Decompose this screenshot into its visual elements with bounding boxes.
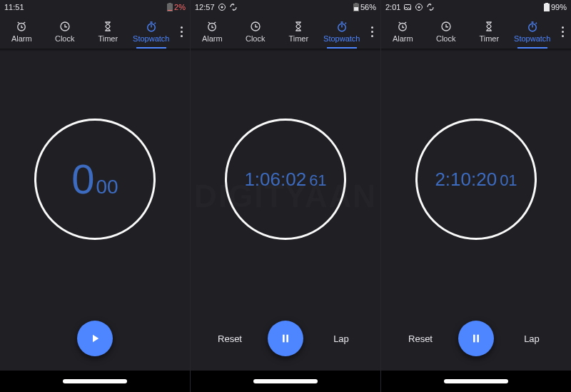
hourglass-icon xyxy=(482,20,495,33)
reset-button[interactable]: Reset xyxy=(403,333,438,344)
stopwatch-main: 1:06:02 61 xyxy=(191,51,380,306)
tab-timer[interactable]: Timer xyxy=(277,14,320,49)
tab-alarm[interactable]: Alarm xyxy=(191,14,234,49)
lap-button[interactable]: Lap xyxy=(323,333,359,344)
play-button[interactable] xyxy=(77,321,113,356)
tab-bar: Alarm Clock Timer Stopwatch xyxy=(381,14,571,49)
alarm-icon xyxy=(206,20,218,33)
home-pill[interactable] xyxy=(63,379,127,383)
clock-icon xyxy=(249,20,262,33)
pause-icon xyxy=(280,333,291,344)
screen-3: 2:01 99% Alarm Clock xyxy=(380,0,571,392)
stopwatch-main: 0 00 xyxy=(0,51,190,306)
pause-button[interactable] xyxy=(458,321,494,356)
sync-icon xyxy=(426,3,435,11)
battery-pct: 99% xyxy=(551,3,567,11)
svg-rect-18 xyxy=(473,335,475,343)
android-navbar xyxy=(191,371,380,392)
stopwatch-time: 2:10:20 01 xyxy=(435,170,517,189)
svg-point-14 xyxy=(418,6,420,9)
reset-button[interactable]: Reset xyxy=(212,333,248,344)
svg-rect-10 xyxy=(283,335,285,343)
alarm-icon xyxy=(15,20,28,33)
stopwatch-time: 1:06:02 61 xyxy=(244,170,326,189)
tab-bar: Alarm Clock Timer Stopwatch xyxy=(191,14,380,49)
tab-stopwatch[interactable]: Stopwatch xyxy=(320,14,364,49)
stopwatch-ring: 1:06:02 61 xyxy=(225,119,346,240)
tab-stopwatch-label: Stopwatch xyxy=(133,34,169,43)
tab-clock[interactable]: Clock xyxy=(425,14,468,49)
status-bar: 11:51 2% xyxy=(0,0,190,14)
overflow-menu[interactable] xyxy=(554,14,571,49)
alarm-icon xyxy=(396,20,409,33)
android-navbar xyxy=(0,371,190,392)
tab-clock[interactable]: Clock xyxy=(44,14,87,49)
svg-rect-11 xyxy=(286,335,288,343)
tab-alarm-label: Alarm xyxy=(11,34,32,43)
stopwatch-icon xyxy=(526,20,539,33)
tab-stopwatch-label: Stopwatch xyxy=(514,34,550,43)
svg-rect-0 xyxy=(168,10,172,11)
tab-clock-label: Clock xyxy=(55,34,75,43)
controls xyxy=(0,306,190,371)
tab-timer[interactable]: Timer xyxy=(468,14,511,49)
stopwatch-ring: 2:10:20 01 xyxy=(415,119,537,240)
sync-icon xyxy=(229,3,238,11)
battery-pct: 2% xyxy=(174,3,186,11)
more-vert-icon xyxy=(181,25,183,38)
battery-icon xyxy=(167,3,173,11)
tab-alarm[interactable]: Alarm xyxy=(381,14,425,49)
screen-1: 11:51 2% Alarm Clock Timer xyxy=(0,0,190,392)
stopwatch-hundredths: 00 xyxy=(96,177,118,197)
pause-button[interactable] xyxy=(268,321,303,356)
hourglass-icon xyxy=(101,20,114,33)
tab-alarm-label: Alarm xyxy=(202,34,223,43)
stopwatch-ring: 0 00 xyxy=(34,119,156,240)
tab-clock-label: Clock xyxy=(436,34,456,43)
tab-clock[interactable]: Clock xyxy=(234,14,278,49)
lap-button[interactable]: Lap xyxy=(514,333,550,344)
tab-timer-label: Timer xyxy=(288,34,308,43)
play-icon xyxy=(89,332,101,345)
clock-icon xyxy=(59,20,71,33)
status-time: 2:01 xyxy=(385,3,400,11)
svg-rect-6 xyxy=(354,7,358,11)
tab-stopwatch[interactable]: Stopwatch xyxy=(511,14,555,49)
stopwatch-hundredths: 61 xyxy=(309,173,326,189)
status-bar: 12:57 56% xyxy=(191,0,380,14)
tab-clock-label: Clock xyxy=(246,34,266,43)
home-pill[interactable] xyxy=(444,379,508,383)
stopwatch-icon xyxy=(145,20,158,33)
tab-timer[interactable]: Timer xyxy=(86,14,130,49)
tab-alarm[interactable]: Alarm xyxy=(0,14,44,49)
tab-alarm-label: Alarm xyxy=(393,34,413,43)
controls: Reset Lap xyxy=(381,306,571,371)
status-bar: 2:01 99% xyxy=(381,0,571,14)
gallery-icon xyxy=(403,3,412,11)
tab-stopwatch[interactable]: Stopwatch xyxy=(130,14,173,49)
android-navbar xyxy=(381,371,571,392)
stopwatch-hundredths: 01 xyxy=(500,173,517,189)
battery-icon xyxy=(544,3,550,11)
more-vert-icon xyxy=(562,25,564,38)
overflow-menu[interactable] xyxy=(363,14,380,49)
tab-bar: Alarm Clock Timer Stopwatch xyxy=(0,14,190,49)
tab-stopwatch-label: Stopwatch xyxy=(323,34,360,43)
stopwatch-seconds: 1:06:02 xyxy=(244,170,306,189)
stopwatch-main: 2:10:20 01 xyxy=(381,51,571,306)
camera-icon xyxy=(218,3,226,11)
battery-indicator: 2% xyxy=(167,3,186,11)
battery-indicator: 56% xyxy=(353,3,376,11)
hourglass-icon xyxy=(292,20,305,33)
overflow-menu[interactable] xyxy=(173,14,190,49)
status-time: 11:51 xyxy=(4,3,24,11)
camera-icon xyxy=(415,3,423,11)
home-pill[interactable] xyxy=(253,379,318,383)
clock-icon xyxy=(440,20,453,33)
screen-2: DIGITYAAN 12:57 56% Alarm Clock xyxy=(190,0,380,392)
svg-rect-19 xyxy=(477,335,479,343)
status-time: 12:57 xyxy=(195,3,215,11)
stopwatch-seconds: 0 xyxy=(71,159,94,200)
more-vert-icon xyxy=(371,25,373,38)
stopwatch-time: 0 00 xyxy=(71,159,118,200)
